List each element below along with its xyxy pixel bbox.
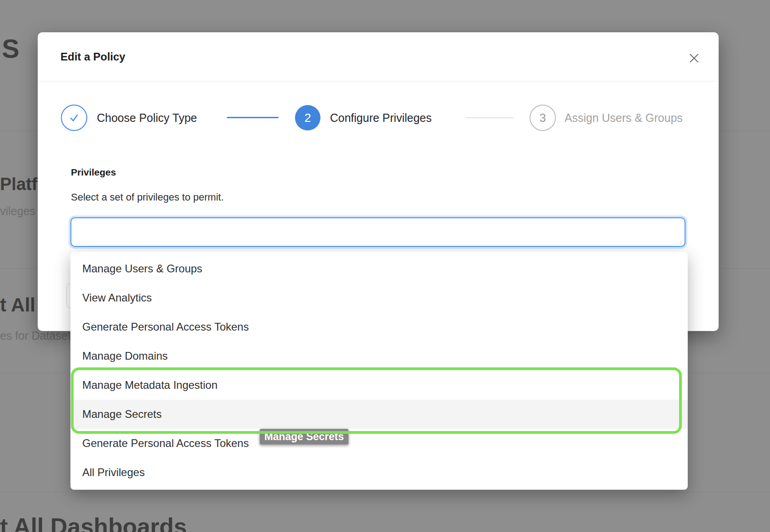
option-manage-metadata-ingestion[interactable]: Manage Metadata Ingestion bbox=[70, 371, 688, 400]
privileges-section-label: Privileges bbox=[71, 167, 116, 178]
option-manage-secrets[interactable]: Manage Secrets bbox=[70, 400, 688, 429]
step-2-indicator[interactable]: 2 bbox=[295, 105, 320, 130]
close-button[interactable] bbox=[687, 51, 701, 65]
step-connector-completed bbox=[227, 117, 279, 118]
modal-title: Edit a Policy bbox=[60, 32, 125, 81]
background-platform-subtitle-fragment: vileges bbox=[0, 206, 35, 217]
step-3-label: Assign Users & Groups bbox=[565, 105, 683, 131]
option-view-analytics[interactable]: View Analytics bbox=[70, 283, 688, 312]
option-all-privileges[interactable]: All Privileges bbox=[70, 458, 688, 487]
step-2-number: 2 bbox=[305, 111, 311, 125]
step-1-label: Choose Policy Type bbox=[97, 105, 197, 131]
header-divider bbox=[38, 81, 719, 81]
privileges-dropdown: Manage Users & Groups View Analytics Gen… bbox=[70, 251, 688, 490]
background-dashboards-heading-fragment: t All Dashboards bbox=[0, 515, 187, 532]
background-divider bbox=[0, 492, 770, 492]
screen: S Platfo vileges t All D es for Dataset … bbox=[0, 0, 770, 532]
check-icon bbox=[68, 111, 80, 124]
option-generate-pat[interactable]: Generate Personal Access Tokens bbox=[70, 312, 688, 341]
step-1-indicator[interactable] bbox=[61, 105, 87, 131]
privileges-select-input[interactable] bbox=[70, 217, 685, 247]
option-manage-domains[interactable]: Manage Domains bbox=[70, 341, 688, 371]
step-2-label: Configure Privileges bbox=[330, 105, 432, 131]
step-3-number: 3 bbox=[540, 111, 546, 125]
option-generate-pat-2[interactable]: Generate Personal Access Tokens bbox=[70, 429, 688, 458]
annotation-tooltip: Manage Secrets bbox=[260, 429, 349, 445]
close-icon bbox=[688, 52, 700, 64]
privileges-helper-text: Select a set of privileges to permit. bbox=[71, 191, 224, 203]
background-page-heading-fragment: S bbox=[2, 35, 20, 62]
option-manage-users-groups[interactable]: Manage Users & Groups bbox=[70, 254, 688, 283]
step-connector-pending bbox=[466, 117, 514, 118]
background-datasets-subtitle-fragment: es for Dataset bbox=[0, 330, 71, 341]
step-3-indicator[interactable]: 3 bbox=[530, 105, 556, 131]
